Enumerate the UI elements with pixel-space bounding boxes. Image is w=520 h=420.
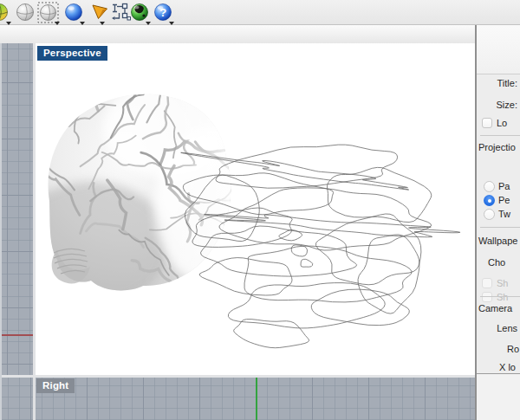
rotation-field-label: Ro: [507, 343, 519, 355]
named-position-icon[interactable]: [110, 3, 131, 22]
lens-field-label: Lens: [497, 322, 517, 334]
projection-parallel-label: Pa: [498, 180, 510, 192]
render-preview-sphere-icon[interactable]: [130, 3, 149, 22]
show-wallpaper-label: Sh: [497, 277, 508, 289]
perspective-viewport-label[interactable]: Perspective: [37, 46, 107, 61]
ghosted-sphere-icon[interactable]: [37, 2, 59, 23]
panel-footer: [477, 373, 520, 420]
top-viewport-edge[interactable]: [0, 43, 33, 375]
title-field-label: Title:: [497, 77, 517, 89]
projection-parallel-radio[interactable]: [484, 181, 495, 192]
brain-model[interactable]: [36, 43, 307, 317]
red-axis-line: [0, 334, 33, 336]
perspective-viewport[interactable]: Perspective: [36, 43, 475, 375]
viewport-canvas: [36, 43, 475, 375]
projection-twopoint-radio[interactable]: [484, 209, 495, 220]
svg-text:?: ?: [159, 6, 166, 19]
properties-panel: Title: Size: Lo Projectio Pa Pe Tw Wallp…: [477, 25, 520, 420]
locked-checkbox[interactable]: [482, 118, 492, 128]
right-viewport[interactable]: Right: [0, 378, 475, 420]
separator: [480, 296, 520, 297]
panel-header: [477, 25, 520, 74]
separator: [480, 227, 520, 228]
camera-section-label: Camera: [478, 302, 512, 314]
main-toolbar: ?: [0, 0, 520, 25]
secondary-toolbar-strip: [0, 25, 475, 44]
separator: [480, 135, 520, 136]
shaded-sphere-icon[interactable]: [16, 3, 35, 22]
locked-checkbox-label: Lo: [497, 117, 507, 129]
show-grayscale-checkbox[interactable]: [482, 292, 492, 302]
size-field-label: Size:: [497, 99, 517, 111]
window-left-edge: [0, 43, 2, 420]
green-axis-line: [256, 378, 257, 420]
x-location-field-label: X lo: [499, 361, 516, 373]
wallpaper-section-label: Wallpape: [478, 235, 517, 247]
viewport-splitter-vertical[interactable]: [33, 378, 36, 420]
projection-section-label: Projectio: [478, 141, 516, 153]
contour-curves[interactable]: [181, 145, 460, 348]
wallpaper-choose-button[interactable]: Cho: [488, 256, 505, 268]
projection-perspective-label: Pe: [498, 194, 510, 206]
show-grayscale-label: Sh: [497, 291, 508, 303]
spotlight-cone-icon[interactable]: [91, 3, 108, 20]
projection-twopoint-label: Tw: [498, 208, 510, 220]
help-icon[interactable]: ?: [153, 3, 172, 22]
projection-perspective-radio[interactable]: [484, 195, 495, 206]
show-wallpaper-checkbox[interactable]: [482, 278, 492, 288]
rendered-blue-sphere-icon[interactable]: [64, 3, 83, 22]
multicolor-sphere-display-icon[interactable]: [0, 3, 9, 22]
right-viewport-label[interactable]: Right: [36, 378, 75, 393]
